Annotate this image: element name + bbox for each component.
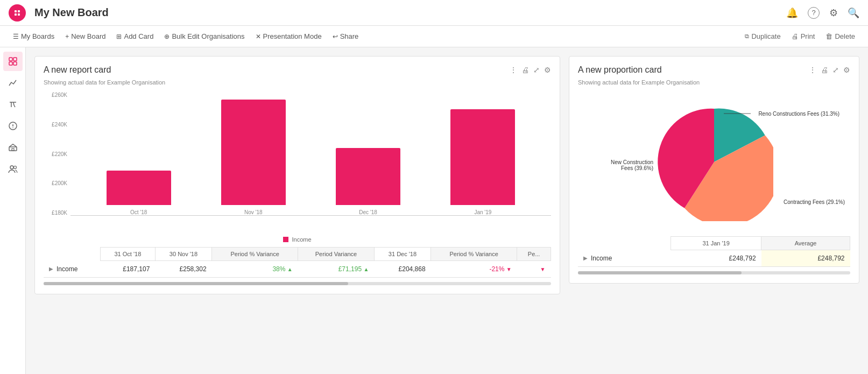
y-axis: £260K £240K £220K £200K £180K [44, 92, 70, 216]
bar-nov-bar [221, 100, 286, 205]
prop-scroll-bar[interactable] [578, 271, 850, 274]
pie-label-construction: New ConstructionFees (39.6%) [583, 159, 653, 171]
income-pct-var1: 38% ▲ [212, 261, 298, 278]
report-card-subtitle: Showing actual data for Example Organisa… [44, 79, 551, 86]
notification-icon[interactable]: 🔔 [786, 7, 798, 19]
settings-icon[interactable]: ⚙ [829, 7, 838, 19]
bar-dec-bar [336, 148, 400, 205]
proportion-card-header: A new proportion card ⋮ 🖨 ⤢ ⚙ [578, 65, 850, 75]
svg-rect-3 [15, 13, 17, 16]
print-icon: 🖨 [792, 32, 799, 40]
svg-rect-2 [18, 10, 20, 12]
svg-rect-6 [13, 58, 17, 61]
new-board-button[interactable]: + New Board [61, 30, 110, 43]
income-dec: £204,868 [374, 261, 431, 278]
main-content: A new report card ⋮ 🖨 ⤢ ⚙ Showing actual… [26, 47, 868, 374]
sidebar-item-dashboard[interactable] [3, 52, 23, 71]
bar-chart: £260K £240K £220K £200K £180K Oct '18 No… [44, 92, 551, 232]
svg-rect-7 [9, 62, 12, 65]
income-label: Income [57, 265, 77, 273]
app-logo[interactable] [9, 4, 26, 22]
svg-rect-4 [18, 13, 20, 16]
sidebar-item-bank[interactable] [3, 138, 23, 157]
row-expand-icon[interactable]: ▶ [49, 266, 53, 272]
svg-point-16 [10, 166, 13, 169]
expand-pie-icon[interactable]: ⤢ [832, 66, 839, 74]
y-label-4: £200K [52, 180, 67, 186]
sidebar-item-pi[interactable] [3, 95, 23, 114]
th-oct: 31 Oct '18 [101, 248, 156, 261]
delete-button[interactable]: 🗑 Delete [821, 30, 859, 43]
y-label-1: £260K [52, 92, 67, 98]
print-card-icon[interactable]: 🖨 [521, 66, 529, 74]
search-icon[interactable]: 🔍 [848, 7, 859, 19]
list-icon: ☰ [13, 33, 19, 40]
row-label-income: ▶ Income [44, 261, 101, 278]
scroll-bar[interactable] [44, 282, 551, 285]
pie-label-contracting: Contracting Fees (29.1%) [784, 199, 845, 205]
bar-jan-bar [450, 109, 515, 205]
report-card-header: A new report card ⋮ 🖨 ⤢ ⚙ [44, 65, 551, 75]
income-var2: ▼ [517, 261, 551, 278]
topbar-icons: 🔔 ? ⚙ 🔍 [786, 7, 859, 19]
legend-dot [283, 237, 288, 242]
presentation-mode-button[interactable]: ✕ Presentation Mode [251, 30, 326, 43]
share-button[interactable]: ↩ Share [328, 30, 363, 43]
pie-chart [655, 103, 773, 221]
plus-icon: + [65, 33, 69, 40]
duplicate-button[interactable]: ⧉ Duplicate [740, 30, 785, 43]
sidebar-item-charts[interactable] [3, 73, 23, 93]
report-card-actions: ⋮ 🖨 ⤢ ⚙ [510, 66, 551, 74]
bar-oct-label: Oct '18 [130, 209, 147, 215]
my-boards-button[interactable]: ☰ My Boards [9, 30, 59, 43]
prop-income-label: Income [591, 255, 612, 262]
sidebar [0, 47, 26, 374]
th-empty [44, 248, 101, 261]
duplicate-icon: ⧉ [745, 33, 749, 40]
print-pie-icon[interactable]: 🖨 [821, 66, 828, 74]
legend-label: Income [292, 236, 311, 243]
prop-th-avg: Average [761, 237, 850, 250]
top-bar: My New Board 🔔 ? ⚙ 🔍 [0, 0, 868, 26]
bar-nov-label: Nov '18 [244, 209, 263, 215]
y-label-5: £180K [52, 210, 67, 216]
expand-card-icon[interactable]: ⤢ [533, 66, 540, 74]
prop-income-avg: £248,792 [761, 250, 850, 267]
proportion-card-subtitle: Showing actual data for Example Organisa… [578, 79, 850, 86]
main-layout: A new report card ⋮ 🖨 ⤢ ⚙ Showing actual… [0, 47, 868, 374]
more-options-icon-pie[interactable]: ⋮ [809, 66, 816, 74]
prop-row-expand-icon[interactable]: ▶ [583, 255, 588, 261]
print-button[interactable]: 🖨 Print [787, 30, 820, 43]
more-options-icon[interactable]: ⋮ [510, 66, 517, 74]
th-var1: Period Variance [298, 248, 375, 261]
income-pct-var2: -21% ▼ [431, 261, 517, 278]
prop-th-empty [578, 237, 671, 250]
table-row-income: ▶ Income £187,107 £258,302 38% ▲ £71,195 [44, 261, 551, 278]
add-card-button[interactable]: ⊞ Add Card [112, 30, 158, 43]
report-data-table: 31 Oct '18 30 Nov '18 Period % Variance … [44, 247, 551, 278]
income-oct: £187,107 [101, 261, 156, 278]
svg-rect-5 [9, 58, 12, 61]
bar-oct-bar [107, 171, 171, 205]
proportion-card-actions: ⋮ 🖨 ⤢ ⚙ [809, 66, 850, 74]
settings-pie-icon[interactable]: ⚙ [843, 66, 850, 74]
presentation-icon: ✕ [256, 33, 261, 40]
help-icon[interactable]: ? [808, 7, 820, 19]
th-var2: Pe... [517, 248, 551, 261]
sidebar-item-alerts[interactable] [3, 116, 23, 136]
th-pct-var2: Period % Variance [431, 248, 517, 261]
bulk-edit-button[interactable]: ⊕ Bulk Edit Organisations [160, 30, 249, 43]
share-icon: ↩ [333, 33, 338, 40]
bar-oct: Oct '18 [107, 171, 171, 215]
income-var1: £71,195 ▲ [298, 261, 375, 278]
prop-th-jan: 31 Jan '19 [671, 237, 761, 250]
settings-card-icon[interactable]: ⚙ [544, 66, 551, 74]
svg-point-13 [12, 128, 13, 129]
th-nov: 30 Nov '18 [155, 248, 211, 261]
toolbar: ☰ My Boards + New Board ⊞ Add Card ⊕ Bul… [0, 26, 868, 47]
bar-jan: Jan '19 [450, 109, 515, 215]
proportion-data-table: 31 Jan '19 Average ▶ Income £248,792 [578, 236, 850, 267]
bar-dec: Dec '18 [336, 148, 400, 215]
bar-dec-label: Dec '18 [359, 209, 377, 215]
sidebar-item-people[interactable] [3, 159, 23, 179]
